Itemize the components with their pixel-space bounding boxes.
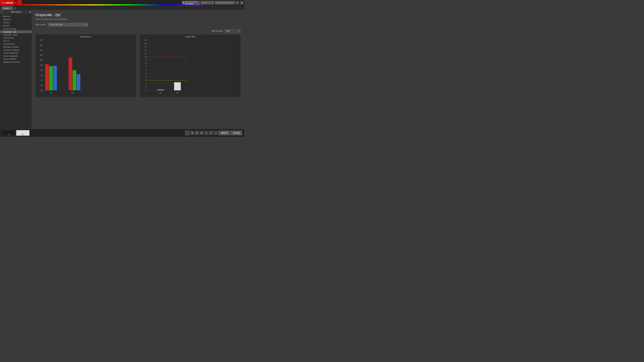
rgb-bar-100-red [68, 58, 72, 90]
settings-icon-btn[interactable]: ⚙ [236, 1, 239, 4]
refresh-button[interactable]: ↺ [209, 131, 213, 135]
sidebar-item-screen-uniformity[interactable]: Screen Uniformity [0, 51, 32, 54]
sidebar-item-screen-stability[interactable]: Screen Stability [0, 57, 32, 60]
deltae-chart: DeltaE 2000 15 14 13 12 [140, 34, 241, 97]
rgb-bar-100-blue [77, 74, 80, 90]
rgb-balance-svg: 105 104 103 102 101 100 99 [37, 38, 94, 95]
svg-text:104: 104 [40, 44, 42, 46]
patch-100: 100 [16, 130, 30, 136]
charts-area: dE Formula: 2000 ▾ RGB Balance [35, 29, 241, 97]
deltae-svg: 15 14 13 12 11 10 [141, 38, 192, 95]
play-button[interactable]: ▶ [195, 131, 199, 135]
sidebar-item-grayscale-multi[interactable]: Grayscale - Multi [0, 33, 32, 36]
svg-rect-58 [186, 132, 189, 134]
meter-dropdown-arrow: ▾ [198, 2, 198, 3]
welcome-section-label: Welcome [3, 15, 10, 17]
svg-text:30: 30 [160, 92, 162, 94]
grayscale-2pt-label: Grayscale - 2pt [3, 31, 16, 33]
svg-text:103: 103 [40, 49, 42, 51]
sidebar-item-dynamic-range[interactable]: Dynamic Range [0, 27, 32, 30]
sidebar-item-color-gamut[interactable]: Color Gamut [0, 36, 32, 39]
welcome-item-label: Welcome [3, 18, 11, 20]
sidebar-item-saturation-sweeps[interactable]: Saturation Sweeps [0, 45, 32, 48]
source-label: Source [202, 2, 212, 4]
svg-text:8: 8 [146, 63, 146, 64]
svg-text:100: 100 [176, 92, 179, 94]
svg-text:10: 10 [144, 56, 146, 58]
rainbow-bar [22, 4, 200, 5]
sidebar-item-luminance-sweeps[interactable]: Luminance Sweeps [0, 48, 32, 51]
rgb-bar-30-green [49, 66, 53, 90]
page-title: Grayscale - 2pt [35, 13, 241, 17]
top-right-controls: Simulated Meter Simulated ▾ Source ▾ Dir… [182, 1, 244, 4]
sidebar-item-screen-angularity[interactable]: Screen Angularity [0, 54, 32, 57]
monitor-icon-btn[interactable] [185, 131, 190, 135]
simulated-meter-value: Simulated [185, 3, 197, 5]
sidebar-item-welcome[interactable]: Welcome [0, 18, 32, 21]
svg-text:13: 13 [144, 46, 146, 48]
tab-add-button[interactable]: + [13, 7, 16, 10]
3d-lut-label: 3D LUT [3, 40, 10, 42]
sidebar-section-welcome[interactable]: ▾ Welcome [0, 14, 32, 18]
loop-button[interactable]: ∞ [204, 131, 208, 135]
collapse-icon-btn[interactable]: ◀ [240, 1, 244, 4]
svg-text:96: 96 [41, 84, 43, 86]
sidebar-item-colorchecker[interactable]: ColorChecker [0, 42, 32, 45]
svg-text:15: 15 [144, 39, 146, 41]
rgb-bar-30-blue [53, 66, 57, 90]
next-button[interactable]: Next ▶ [231, 131, 242, 135]
bottom-patches: 30 100 [2, 130, 30, 136]
svg-text:30: 30 [50, 92, 52, 94]
sidebar-item-spectral-power[interactable]: Spectral Power Dist. [0, 60, 32, 63]
source-label-group: Source [202, 2, 212, 4]
simulated-meter-dropdown[interactable]: Simulated Meter Simulated ▾ [182, 1, 200, 4]
source-dropdown[interactable]: Source ▾ [200, 1, 214, 4]
simulated-meter-label-group: Simulated Meter Simulated [185, 1, 197, 5]
tab-history-1-label: History 1 [4, 7, 11, 9]
logo-dropdown-button[interactable]: ▾ [14, 0, 18, 5]
de-formula-label: dE Formula: [212, 30, 223, 32]
svg-text:105: 105 [40, 39, 42, 41]
bottom-controls: ■ ▶ ⏭ ∞ ↺ ○ ◀ Back Next ▶ [185, 131, 242, 135]
main-layout: SDR Toolkit ◀ ▾ Welcome Welcome Options … [0, 10, 244, 129]
svg-text:100: 100 [71, 92, 74, 94]
blank-button[interactable]: ○ [214, 131, 218, 135]
charts-container: RGB Balance 105 104 103 [35, 34, 241, 97]
sidebar-collapse-button[interactable]: ◀ [29, 11, 31, 13]
screen-stability-label: Screen Stability [3, 58, 16, 60]
bottom-bar: 30 100 ■ ▶ ⏭ ∞ ↺ ○ ◀ Back Next ▶ [0, 129, 244, 137]
svg-text:3: 3 [146, 79, 146, 81]
svg-text:12: 12 [144, 49, 146, 51]
de-formula-select[interactable]: 2000 ▾ [224, 29, 241, 33]
top-bar: ✦ calman ▾ Simulated Meter Simulated ▾ S… [0, 0, 244, 5]
page-subtitle: Adjust the gains and cuts for grayscale. [35, 18, 241, 20]
svg-text:99: 99 [41, 69, 43, 71]
svg-text:0: 0 [146, 89, 146, 91]
back-button[interactable]: ◀ Back [218, 131, 230, 135]
color-gamut-label: Color Gamut [3, 37, 14, 39]
sidebar-circle-icon [1, 11, 3, 13]
spectral-power-label: Spectral Power Dist. [3, 61, 20, 63]
sidebar-item-grayscale-2pt[interactable]: Grayscale - 2pt [0, 30, 32, 33]
test-levels-select[interactable]: 2 Point 30,100% ▾ [48, 23, 88, 26]
de-formula-value: 2000 [226, 30, 230, 32]
rgb-balance-chart: RGB Balance 105 104 103 [35, 34, 136, 97]
sidebar-item-options[interactable]: Options [0, 21, 32, 24]
tab-history-1[interactable]: History 1 [1, 6, 13, 10]
grayscale-multi-label: Grayscale - Multi [3, 34, 17, 36]
test-levels-value: 2 Point 30,100% [49, 24, 63, 26]
tabs-bar: History 1 + [0, 5, 244, 10]
de-formula-row: dE Formula: 2000 ▾ [35, 29, 241, 33]
options-item-label: Options [3, 21, 10, 23]
simulated-meter-label: Simulated Meter [185, 1, 197, 3]
test-levels-dropdown-arrow: ▾ [86, 24, 86, 26]
sidebar-section-analysis[interactable]: ▾ Analysis [0, 24, 32, 27]
step-button[interactable]: ⏭ [200, 131, 204, 135]
de-bar-30 [157, 89, 164, 90]
analysis-section-label: Analysis [3, 25, 10, 27]
next-label: Next [233, 132, 238, 134]
sidebar-item-3d-lut[interactable]: 3D LUT [0, 39, 32, 42]
direct-display-dropdown[interactable]: Direct Display Control ▾ [215, 1, 235, 4]
patch-30: 30 [2, 130, 16, 136]
stop-button[interactable]: ■ [190, 131, 194, 135]
